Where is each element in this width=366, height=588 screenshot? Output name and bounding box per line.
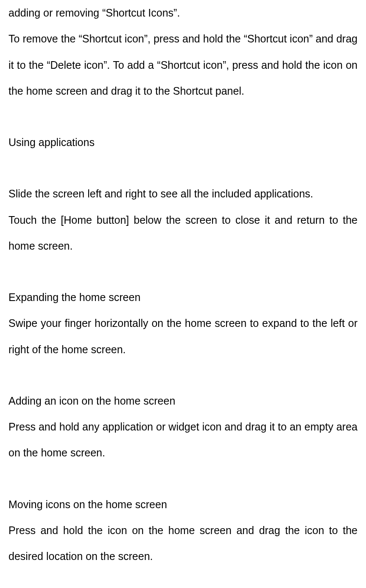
paragraph-adding-body: Press and hold any application or widget… — [8, 414, 358, 466]
paragraph-apps-line1: Slide the screen left and right to see a… — [8, 181, 358, 207]
section-gap — [8, 155, 358, 181]
paragraph-shortcut-body: To remove the “Shortcut icon”, press and… — [8, 26, 358, 104]
paragraph-apps-body: Touch the [Home button] below the screen… — [8, 207, 358, 259]
paragraph-shortcut-intro: adding or removing “Shortcut Icons”. — [8, 0, 358, 26]
section-gap — [8, 259, 358, 284]
heading-moving-icons: Moving icons on the home screen — [8, 492, 358, 518]
heading-adding-icon: Adding an icon on the home screen — [8, 388, 358, 414]
paragraph-moving-body: Press and hold the icon on the home scre… — [8, 518, 358, 570]
heading-using-applications: Using applications — [8, 129, 358, 155]
paragraph-expanding-body: Swipe your finger horizontally on the ho… — [8, 310, 358, 363]
section-gap — [8, 466, 358, 492]
heading-expanding-home: Expanding the home screen — [8, 284, 358, 310]
section-gap — [8, 363, 358, 388]
section-gap — [8, 104, 358, 129]
document-page: adding or removing “Shortcut Icons”. To … — [0, 0, 366, 586]
